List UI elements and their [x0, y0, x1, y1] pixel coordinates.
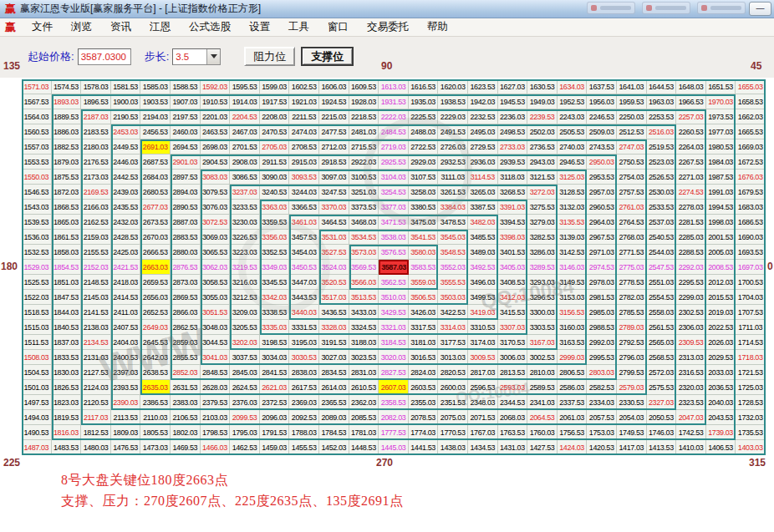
menu-item-gann[interactable]: 江恩 — [140, 20, 180, 34]
grid-cell-r5c21: 2747.03 — [617, 139, 647, 155]
grid-cell-r2c8: 1914.03 — [230, 94, 260, 109]
grid-cell-r13c13: 3587.03 — [379, 260, 409, 275]
grid-cell-r22c21: 2330.53 — [617, 395, 647, 410]
grid-cell-r15c24: 2015.53 — [706, 290, 736, 305]
grid-cell-r1c7: 1592.03 — [201, 79, 231, 94]
grid-cell-r23c23: 2047.03 — [676, 410, 706, 425]
grid-cell-r23c11: 2089.03 — [319, 410, 349, 425]
grid-cell-r13c9: 3349.03 — [260, 260, 290, 275]
grid-cell-r23c17: 2068.03 — [498, 410, 528, 425]
grid-cell-r1c4: 1581.53 — [111, 79, 141, 94]
grid-cell-r6c14: 2929.03 — [409, 155, 439, 170]
grid-cell-r6c9: 2911.53 — [260, 155, 290, 170]
step-combobox[interactable]: 3.5 — [172, 48, 221, 65]
grid-cell-r17c19: 3160.03 — [558, 320, 588, 335]
resistance-button[interactable]: 阻力位 — [244, 47, 295, 66]
grid-cell-r21c9: 2621.03 — [260, 380, 290, 395]
grid-cell-r3c22: 2253.53 — [647, 109, 677, 124]
grid-cell-r6c24: 1984.03 — [706, 155, 736, 170]
grid-cell-r14c7: 3058.53 — [201, 275, 231, 290]
support-button[interactable]: 支撑位 — [301, 47, 354, 66]
grid-cell-r6c11: 2918.53 — [319, 155, 349, 170]
grid-cell-r6c6: 2901.03 — [171, 155, 201, 170]
grid-cell-r10c17: 3394.53 — [498, 215, 528, 230]
grid-cell-r19c14: 3016.53 — [409, 350, 439, 365]
grid-cell-r4c25: 1665.53 — [736, 124, 766, 139]
grid-cell-r20c6: 2852.03 — [171, 365, 201, 380]
grid-cell-r3c6: 2197.53 — [171, 109, 201, 124]
menu-item-settings[interactable]: 设置 — [240, 20, 279, 34]
grid-cell-r24c18: 1760.03 — [527, 425, 558, 440]
grid-cell-r7c18: 3121.53 — [527, 170, 558, 185]
grid-cell-r22c20: 2334.03 — [587, 395, 617, 410]
grid-cell-r16c24: 2019.03 — [706, 305, 736, 320]
grid-cell-r5c2: 1882.53 — [52, 139, 82, 155]
grid-cell-r3c1: 1564.03 — [22, 109, 52, 124]
grid-cell-r25c8: 1462.53 — [230, 440, 260, 455]
grid-cell-r20c1: 1504.53 — [22, 365, 52, 380]
combobox-dropdown-button[interactable] — [206, 49, 220, 64]
grid-cell-r8c16: 3265.03 — [468, 185, 498, 200]
grid-cell-r23c18: 2064.53 — [527, 410, 558, 425]
grid-cell-r21c17: 2593.03 — [498, 380, 528, 395]
grid-cell-r4c1: 1560.53 — [22, 124, 52, 139]
grid-cell-r9c19: 3132.03 — [558, 200, 588, 215]
grid-cell-r2c7: 1910.53 — [201, 94, 231, 109]
grid-cell-r14c21: 2778.53 — [617, 275, 647, 290]
grid-cell-r10c8: 3230.03 — [230, 215, 260, 230]
grid-cell-r12c14: 3580.03 — [409, 245, 439, 260]
grid-cell-r2c10: 1921.03 — [289, 94, 319, 109]
grid-cell-r14c16: 3496.03 — [468, 275, 498, 290]
grid-cell-r9c16: 3387.53 — [468, 200, 498, 215]
menu-item-file[interactable]: 文件 — [23, 20, 62, 34]
grid-cell-r7c20: 2953.53 — [587, 170, 617, 185]
menu-item-formula-stock-picker[interactable]: 公式选股 — [180, 20, 240, 34]
grid-cell-r17c13: 3321.03 — [379, 320, 409, 335]
grid-cell-r14c1: 1525.53 — [22, 275, 52, 290]
grid-cell-r18c4: 2404.03 — [111, 335, 141, 350]
grid-cell-r24c8: 1795.03 — [230, 425, 260, 440]
grid-cell-r18c2: 1837.03 — [52, 335, 82, 350]
grid-cell-r23c5: 2110.03 — [140, 410, 171, 425]
menu-item-window[interactable]: 窗口 — [318, 20, 358, 34]
grid-cell-r17c18: 3303.53 — [527, 320, 558, 335]
grid-cell-r10c23: 2281.53 — [676, 215, 706, 230]
grid-cell-r21c6: 2631.53 — [171, 380, 201, 395]
start-price-input[interactable]: 3587.0300 — [78, 48, 131, 65]
grid-cell-r10c10: 3461.03 — [289, 215, 319, 230]
grid-cell-r24c19: 1756.53 — [558, 425, 588, 440]
grid-cell-r11c10: 3457.53 — [289, 230, 319, 245]
angle-label-180: 180 — [1, 261, 18, 272]
grid-cell-r3c10: 2211.53 — [289, 109, 319, 124]
grid-cell-r20c24: 2033.03 — [706, 365, 736, 380]
grid-cell-r24c21: 1749.53 — [617, 425, 647, 440]
grid-cell-r22c14: 2355.03 — [409, 395, 439, 410]
menu-item-help[interactable]: 帮助 — [418, 20, 457, 34]
minimize-button[interactable]: — — [749, 2, 771, 16]
menu-item-browse[interactable]: 浏览 — [62, 20, 101, 34]
grid-cell-r13c8: 3219.53 — [230, 260, 260, 275]
grid-cell-r13c25: 1697.03 — [736, 260, 766, 275]
footer-key-level-line: 8号大盘关键位180度2663点 — [61, 472, 228, 489]
menu-item-tools[interactable]: 工具 — [279, 20, 318, 34]
menu-item-news[interactable]: 资讯 — [101, 20, 140, 34]
grid-cell-r18c12: 3188.03 — [349, 335, 379, 350]
grid-cell-r3c20: 2246.53 — [587, 109, 617, 124]
grid-cell-r14c10: 3447.03 — [289, 275, 319, 290]
menu-item-trade-entrust[interactable]: 交易委托 — [358, 20, 418, 34]
grid-cell-r11c19: 3139.03 — [558, 230, 588, 245]
grid-cell-r17c1: 1515.03 — [22, 320, 52, 335]
grid-cell-r15c2: 1847.53 — [52, 290, 82, 305]
grid-cell-r8c7: 3079.53 — [201, 185, 231, 200]
grid-cell-r10c5: 2673.53 — [140, 215, 171, 230]
grid-cell-r6c18: 2943.03 — [527, 155, 558, 170]
grid-cell-r10c6: 2887.03 — [171, 215, 201, 230]
grid-cell-r20c17: 2813.53 — [498, 365, 528, 380]
grid-cell-r4c13: 2484.53 — [379, 124, 409, 139]
grid-cell-r13c3: 2152.03 — [81, 260, 111, 275]
grid-cell-r4c17: 2498.53 — [498, 124, 528, 139]
grid-cell-r14c19: 3149.53 — [558, 275, 588, 290]
grid-cell-r5c6: 2694.53 — [171, 139, 201, 155]
grid-cell-r8c20: 2957.03 — [587, 185, 617, 200]
grid-cell-r14c2: 1851.03 — [52, 275, 82, 290]
